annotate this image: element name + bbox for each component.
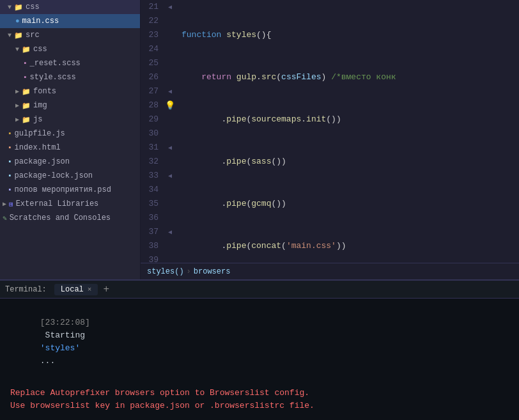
folder-icon: 📁 [22,116,31,124]
tree-item-label: js [33,115,42,124]
code-content[interactable]: function styles(){ return gulp.src(cssFi… [176,0,519,263]
tree-item-package-json[interactable]: ▪ package.json [0,155,140,169]
code-scroll-area[interactable]: 21 22 23 24 25 26 27 28 29 30 31 32 33 3… [141,0,519,263]
fold-gutter-31[interactable]: ◀ [164,141,176,155]
gutter-28-bulb[interactable]: 💡 [164,98,176,113]
json-file-icon: ▪ [8,158,12,166]
arrow-right-icon: ▶ [15,102,19,109]
css-file-icon: ● [15,17,20,25]
breadcrumb-separator: › [187,267,191,276]
terminal-tab-label: Local [61,285,84,294]
breadcrumb-item-browsers[interactable]: browsers [194,267,231,276]
code-line-22: return gulp.src(cssFiles) /*вместо конк [182,70,519,84]
gutter-39 [164,253,176,263]
code-line-24: .pipe(sass()) [182,155,519,169]
arrow-right-icon: ▶ [15,88,19,95]
code-editor: 21 22 23 24 25 26 27 28 29 30 31 32 33 3… [141,0,519,279]
fold-gutter-37[interactable]: ◀ [164,225,176,239]
terminal-ellipsis: ... [40,356,55,366]
tree-item-label: img [33,101,47,110]
tree-item-label: css [26,3,40,12]
gutter-34 [164,183,176,197]
fold-icon[interactable]: ◀ [168,88,172,95]
arrow-down-icon: ▼ [15,46,19,53]
code-line-21: function styles(){ [182,28,519,42]
tree-item-src-folder[interactable]: ▼ 📁 src [0,28,140,42]
tree-item-label: попов мероприятия.psd [15,185,111,194]
fold-icon[interactable]: ◀ [168,3,172,11]
folder-icon: 📁 [22,45,31,54]
gutter-32 [164,155,176,169]
gutter-26 [164,70,176,84]
tree-item-css-folder[interactable]: ▼ 📁 css [0,0,140,14]
tree-item-index-html[interactable]: ▪ index.html [0,141,140,155]
breadcrumb-item-styles[interactable]: styles() [147,267,184,276]
tree-item-scratches[interactable]: ✎ Scratches and Consoles [0,211,140,225]
gutter-29 [164,113,176,127]
gutter-23 [164,28,176,42]
tree-item-label: _reset.scss [30,59,81,68]
terminal-tab-close-icon[interactable]: × [88,286,92,293]
gutter-36 [164,211,176,225]
tree-item-label: index.html [15,143,61,152]
terminal-tab-bar: Terminal: Local × + [0,281,519,299]
terminal-blank-1 [10,380,509,387]
terminal-header-label: Terminal: [5,285,47,294]
tree-item-reset-scss[interactable]: ▪ _reset.scss [0,56,140,70]
tree-item-js-folder[interactable]: ▶ 📁 js [0,113,140,127]
tree-item-label: css [33,45,47,54]
tree-item-label: package.json [15,157,70,166]
gutter-25 [164,56,176,70]
tree-item-package-lock-json[interactable]: ▪ package-lock.json [0,169,140,183]
terminal-blank-2 [10,412,509,419]
scss-file-icon: ▪ [23,74,27,81]
tree-item-src-css-folder[interactable]: ▼ 📁 css [0,42,140,56]
line-numbers: 21 22 23 24 25 26 27 28 29 30 31 32 33 3… [141,0,164,263]
arrow-down-icon: ▼ [8,32,12,39]
tree-item-style-scss[interactable]: ▪ style.scss [0,70,140,84]
gutter-column: ◀ ◀ 💡 ◀ ◀ ◀ [164,0,176,263]
tree-item-label: gulpfile.js [15,129,65,138]
tree-item-external-libs[interactable]: ▶ ⊞ External Libraries [0,197,140,211]
tree-item-label: style.scss [30,73,76,82]
breadcrumb: styles() › browsers [141,263,519,279]
folder-icon: 📁 [22,102,31,110]
folder-icon: 📁 [14,3,23,12]
gutter-35 [164,197,176,211]
arrow-down-icon: ▼ [8,4,12,11]
file-tree: ▼ 📁 css ● main.css ▼ 📁 src ▼ 📁 css ▪ _re… [0,0,141,279]
terminal-tab-local[interactable]: Local × [54,284,98,295]
terminal-add-tab-button[interactable]: + [100,284,112,295]
tree-item-img-folder[interactable]: ▶ 📁 img [0,98,140,113]
tree-item-label: fonts [33,87,56,96]
tree-item-popov-psd[interactable]: ▪ попов мероприятия.psd [0,183,140,197]
tree-item-label: package-lock.json [15,171,93,180]
tree-item-gulpfile[interactable]: ▪ gulpfile.js [0,127,140,141]
fold-gutter-27[interactable]: ◀ [164,84,176,98]
main-layout: ▼ 📁 css ● main.css ▼ 📁 src ▼ 📁 css ▪ _re… [0,0,519,279]
terminal-timestamp: [23:22:08] [40,318,90,327]
fold-gutter-33[interactable]: ◀ [164,169,176,183]
fold-icon[interactable]: ◀ [168,144,172,152]
tree-item-label: Scratches and Consoles [10,214,111,222]
libs-icon: ⊞ [9,200,13,208]
arrow-right-icon: ▶ [3,200,6,208]
arrow-right-icon: ▶ [15,116,19,123]
lightbulb-icon[interactable]: 💡 [165,100,175,111]
tree-item-fonts-folder[interactable]: ▶ 📁 fonts [0,84,140,98]
scratches-icon: ✎ [3,214,7,222]
fold-icon[interactable]: ◀ [168,228,172,236]
gutter-38 [164,239,176,253]
code-line-23: .pipe(sourcemaps.init()) [182,113,519,127]
tree-item-main-css[interactable]: ● main.css [0,14,140,28]
js-file-icon: ▪ [8,130,12,137]
code-line-25: .pipe(gcmq()) [182,197,519,211]
tree-item-label: External Libraries [16,199,99,208]
fold-gutter-21[interactable]: ◀ [164,0,176,14]
gutter-30 [164,127,176,141]
folder-icon: 📁 [22,88,31,96]
fold-icon[interactable]: ◀ [168,172,172,180]
terminal-error-line-2: Use browserslist key in package.json or … [10,400,509,412]
html-file-icon: ▪ [8,144,12,152]
gutter-24 [164,42,176,56]
